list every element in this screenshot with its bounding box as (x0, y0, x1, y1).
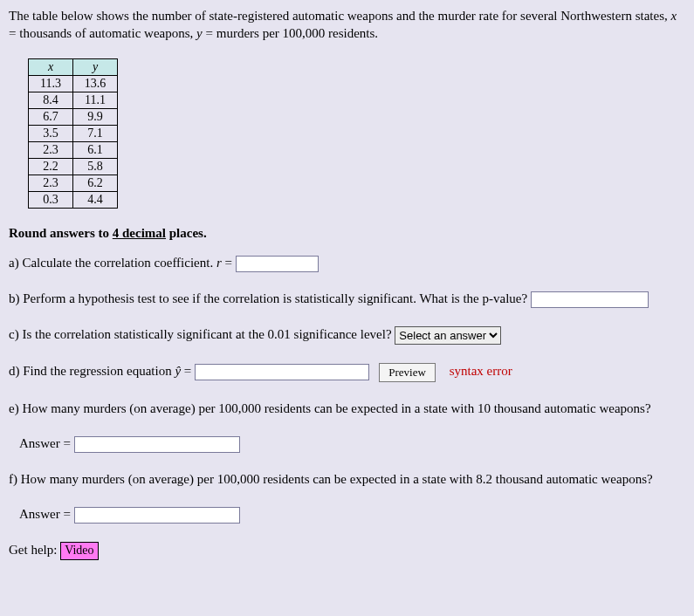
table-row: 6.79.9 (29, 108, 118, 125)
table-row: 3.57.1 (29, 125, 118, 141)
table-row: 0.34.4 (29, 191, 118, 208)
answer-f-line: Answer = (19, 505, 685, 524)
question-b: b) Perform a hypothesis test to see if t… (9, 290, 685, 308)
question-a: a) Calculate the correlation coefficient… (9, 254, 685, 272)
intro-pre: The table below shows the number of stat… (9, 9, 670, 23)
intro-post: = murders per 100,000 residents. (203, 26, 378, 40)
intro-mid: = thousands of automatic weapons, (9, 26, 196, 40)
table-row: 2.36.2 (29, 175, 118, 191)
round-note: Round answers to 4 decimal places. (9, 224, 685, 242)
intro-y: y (196, 26, 203, 40)
input-r[interactable] (236, 256, 319, 272)
answer-e-line: Answer = (19, 435, 685, 453)
table-header-row: x y (29, 58, 118, 75)
col-y-header: y (73, 58, 118, 75)
help-line: Get help: Video (9, 541, 685, 560)
preview-button[interactable]: Preview (379, 363, 436, 382)
video-link[interactable]: Video (60, 542, 98, 560)
question-e: e) How many murders (on average) per 100… (9, 400, 685, 417)
table-row: 2.25.8 (29, 158, 118, 175)
question-c: c) Is the correlation statistically sign… (9, 325, 685, 345)
table-row: 2.36.1 (29, 141, 118, 158)
col-x-header: x (29, 58, 73, 75)
input-answer-e[interactable] (74, 436, 240, 453)
syntax-error-text: syntax error (450, 364, 512, 378)
question-f: f) How many murders (on average) per 100… (9, 470, 685, 488)
input-answer-f[interactable] (74, 507, 240, 524)
select-significance[interactable]: Select an answer (395, 326, 501, 345)
question-d: d) Find the regression equation ŷ = Prev… (9, 362, 685, 382)
intro-text: The table below shows the number of stat… (9, 7, 685, 43)
table-row: 8.411.1 (29, 92, 118, 108)
table-row: 11.313.6 (29, 75, 118, 92)
input-pvalue[interactable] (531, 291, 649, 308)
data-table: x y 11.313.6 8.411.1 6.79.9 3.57.1 2.36.… (28, 58, 118, 209)
intro-x: x (670, 9, 677, 23)
input-regression[interactable] (195, 364, 369, 380)
